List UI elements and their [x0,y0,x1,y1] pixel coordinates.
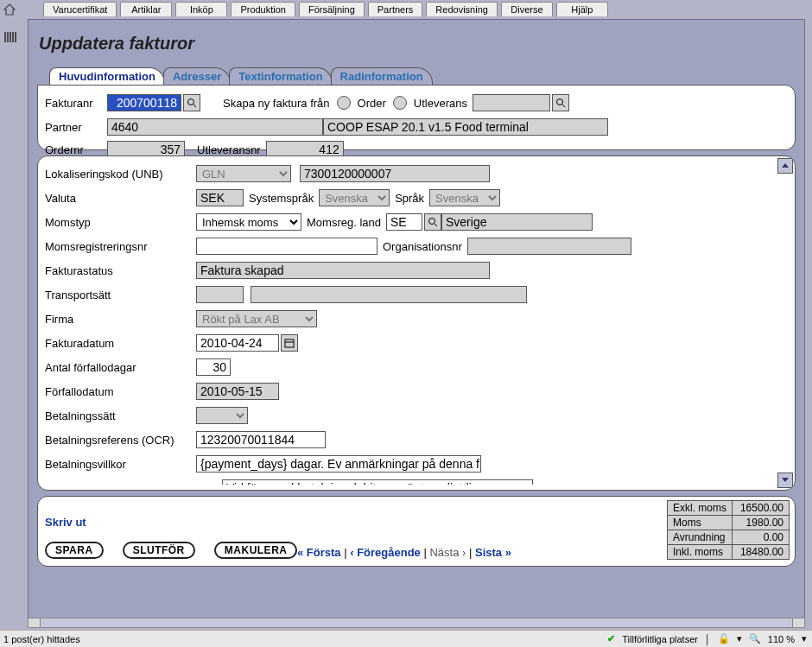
divider2: ▾ [737,633,742,644]
valuta-field[interactable]: SEK [196,189,244,206]
totals-exkl-label: Exkl. moms [667,501,732,516]
betsatt-label: Betalningssätt [45,409,196,422]
slutfor-button[interactable]: SLUTFÖR [123,542,195,559]
sprak-select[interactable]: Svenska [429,189,500,206]
menu-forsaljning[interactable]: Försäljning [299,2,365,16]
pager-prev[interactable]: ‹ Föregående [350,546,421,559]
fakturanr-field[interactable]: 200700118 [107,94,181,111]
orgnr-field[interactable] [467,238,631,255]
forfall-field: 2010-05-15 [196,383,279,400]
utleverans-field[interactable] [473,94,550,111]
zoom-menu-icon[interactable]: ▾ [802,633,807,644]
svg-line-8 [562,105,565,107]
firma-label: Firma [45,313,196,326]
menu-artiklar[interactable]: Artiklar [120,2,172,16]
radio-utleverans[interactable] [393,96,407,110]
hscroll-right-icon[interactable] [792,618,804,627]
fakturanr-search-icon[interactable] [183,94,200,111]
svg-point-9 [428,219,435,225]
sprak-label: Språk [390,192,429,205]
totals-avr-value: 0.00 [733,530,790,545]
protected-mode-icon[interactable]: 🔓 [718,633,730,644]
menu-hjalp[interactable]: Hjälp [556,2,608,16]
momstyp-select[interactable]: Inhemsk moms [196,213,301,231]
menu-diverse[interactable]: Diverse [501,2,553,16]
calendar-icon[interactable] [281,334,298,352]
utleverans-label: Utleverans [409,97,473,110]
transport-code-field[interactable] [196,286,244,303]
hscrollbar[interactable] [28,618,805,628]
totals-moms-label: Moms [667,516,732,530]
menu-redovisning[interactable]: Redovisning [426,2,498,16]
orgnr-label: Organisationsnr [377,240,467,253]
betsatt-select[interactable] [196,407,248,424]
betvillkor-field[interactable]: {payment_days} dagar. Ev anmärkningar på… [196,455,481,473]
momsreg-field[interactable] [196,238,377,255]
hscroll-left-icon[interactable] [29,618,41,627]
svg-point-5 [188,99,194,105]
fdatum-field[interactable]: 2010-04-24 [196,334,279,352]
tab-adresser[interactable]: Adresser [163,67,231,85]
pager-first[interactable]: « Första [297,546,341,559]
partner-code-field[interactable]: 4640 [107,118,323,136]
fstatus-field: Faktura skapad [196,262,490,279]
transport-name-field [251,286,527,303]
scroll-up-icon[interactable] [777,158,793,174]
lokal-select[interactable]: GLN [196,165,291,182]
pager-last[interactable]: Sista » [475,546,511,559]
transport-label: Transportsätt [45,289,196,301]
menu-partners[interactable]: Partners [368,2,423,16]
totals-exkl-value: 16500.00 [733,501,790,516]
lokal-field[interactable]: 7300120000007 [300,165,490,182]
menu-inkop[interactable]: Inköp [175,2,227,16]
fakturanr-label: Fakturanr [45,97,107,110]
antal-label: Antal förfallodagar [45,361,196,374]
menu-varucertifikat[interactable]: Varucertifikat [43,2,117,16]
svg-rect-11 [285,339,294,347]
home-icon[interactable] [2,2,17,17]
page-title: Uppdatera fakturor [39,34,794,54]
pager: « Första | ‹ Föregående | Nästa › | Sist… [297,546,511,559]
radio-order[interactable] [337,96,351,110]
spara-button[interactable]: SPARA [45,542,104,559]
tab-radinformation[interactable]: Radinformation [331,67,433,85]
statusbar: 1 post(er) hittades ✔ Tillförlitliga pla… [0,630,812,647]
partner-name-field: COOP ESAP 20.1 v1.5 Food terminal [323,118,608,136]
momstyp-label: Momstyp [45,216,196,229]
fdatum-label: Fakturadatum [45,337,196,350]
momsland-code-field[interactable]: SE [386,213,422,231]
zoom-value: 110 % [768,634,795,644]
momsland-name-field: Sverige [441,213,593,231]
ocr-field[interactable]: 12320070011844 [196,431,326,448]
menu-tabs: Varucertifikat Artiklar Inköp Produktion… [43,2,608,16]
totals-moms-value: 1980.00 [733,516,790,530]
momsland-search-icon[interactable] [424,213,441,231]
totals-inkl-value: 18480.00 [733,545,790,560]
tab-textinformation[interactable]: Textinformation [229,67,332,85]
scroll-down-icon[interactable] [777,473,793,488]
firma-select[interactable]: Rökt på Lax AB [196,310,317,327]
utlevnr-label: Utleveransnr [192,143,266,156]
lokal-label: Lokaliseringskod (UNB) [45,168,196,181]
pager-next: Nästa › [429,546,466,559]
ocr-label: Betalningsreferens (OCR) [45,434,196,447]
skriv-ut-link[interactable]: Skriv ut [45,516,86,529]
makulera-button[interactable]: MAKULERA [214,542,298,559]
barcode-icon[interactable] [3,31,19,45]
ordernr-label: Ordernr [45,143,107,156]
trust-label: Tillförlitliga platser [622,634,698,644]
zoom-icon[interactable]: 🔍 [749,633,761,644]
svg-line-6 [193,105,196,107]
antal-field[interactable]: 30 [196,358,231,376]
forsen-field[interactable]: Vid försenad betalning debiteras ränta e… [222,479,533,485]
totals-inkl-label: Inkl. moms [667,545,732,560]
trust-icon: ✔ [607,633,615,644]
tab-huvudinformation[interactable]: Huvudinformation [49,67,165,85]
order-label: Order [352,97,391,110]
panel-header: Fakturanr 200700118 Skapa ny faktura frå… [37,85,796,150]
utleverans-search-icon[interactable] [552,94,569,111]
valuta-label: Valuta [45,192,196,205]
menu-produktion[interactable]: Produktion [231,2,295,16]
panel-body: Lokaliseringskod (UNB) GLN 7300120000007… [37,155,796,491]
sysspr-select[interactable]: Svenska [319,189,390,206]
